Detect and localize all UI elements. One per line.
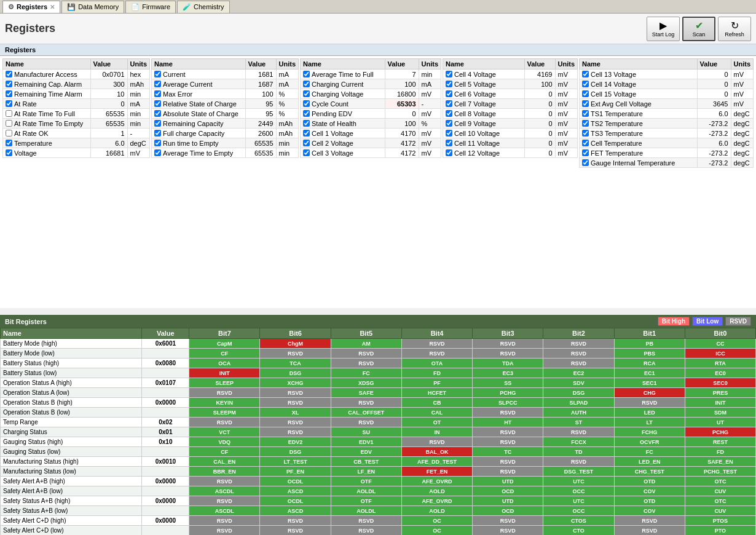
reg-checkbox[interactable] <box>154 81 161 87</box>
bit-cell: AOLD <box>401 486 472 496</box>
reg-checkbox[interactable] <box>6 81 12 87</box>
reg-checkbox[interactable] <box>303 90 310 97</box>
bit-cell: FD <box>685 447 755 457</box>
reg-units-cell: mV <box>731 99 754 109</box>
reg-checkbox[interactable] <box>582 159 589 166</box>
reg-value-cell: 10 <box>90 89 127 99</box>
reg-checkbox[interactable] <box>446 149 452 156</box>
bit-name-cell: Charging Status <box>1 427 142 437</box>
reg-units-cell: mV <box>555 148 578 158</box>
reg-col5-header-value: Value <box>697 59 731 69</box>
bit-cell: SS <box>473 378 543 388</box>
legend-low: Bit Low <box>692 317 723 326</box>
reg-name-cell: Cell 2 Voltage <box>301 138 385 148</box>
reg-checkbox[interactable] <box>6 120 12 127</box>
reg-value-cell: -273.2 <box>697 158 731 168</box>
table-row: Operation Status A (high) 0x0107 SLEEPXC… <box>1 378 756 388</box>
reg-checkbox[interactable] <box>446 71 452 77</box>
reg-checkbox[interactable] <box>6 110 12 117</box>
tab-chemistry[interactable]: 🧪 Chemistry <box>177 1 230 13</box>
reg-checkbox[interactable] <box>6 100 12 107</box>
reg-checkbox[interactable] <box>154 100 161 107</box>
reg-checkbox[interactable] <box>6 90 12 97</box>
reg-name-cell: At Rate OK <box>3 129 91 138</box>
bit-cell: SU <box>331 427 401 437</box>
reg-checkbox[interactable] <box>446 90 452 97</box>
reg-name-cell: Cell 8 Voltage <box>443 109 525 119</box>
reg-checkbox[interactable] <box>582 140 589 146</box>
reg-checkbox[interactable] <box>154 149 161 156</box>
bit-cell: RSVD <box>473 526 543 536</box>
reg-checkbox[interactable] <box>446 100 452 107</box>
reg-checkbox[interactable] <box>582 120 589 127</box>
reg-checkbox[interactable] <box>6 149 12 156</box>
start-log-button[interactable]: ▶ Start Log <box>647 17 680 41</box>
table-row: Manufacturing Status (high) 0x0010 CAL_E… <box>1 457 756 467</box>
bit-cell: EC2 <box>543 368 614 378</box>
tab-registers[interactable]: ⚙ Registers ✕ <box>2 1 60 13</box>
bit-cell: RCA <box>614 359 685 368</box>
bit-name-cell: Gauging Status (low) <box>1 447 142 457</box>
reg-checkbox[interactable] <box>154 130 161 137</box>
reg-checkbox[interactable] <box>446 140 452 146</box>
reg-checkbox[interactable] <box>446 81 452 87</box>
refresh-button[interactable]: ↻ Refresh <box>718 17 751 41</box>
bit-cell: SEC0 <box>685 378 755 388</box>
reg-checkbox[interactable] <box>446 130 452 137</box>
reg-checkbox[interactable] <box>582 130 589 137</box>
bit-cell: TD <box>543 447 614 457</box>
reg-checkbox[interactable] <box>446 120 452 127</box>
reg-name-cell: Gauge Internal Temperature <box>580 158 698 168</box>
reg-checkbox[interactable] <box>582 71 589 77</box>
reg-name-cell: At Rate Time To Empty <box>3 119 91 129</box>
table-row: Cell 6 Voltage 0 mV <box>443 89 578 99</box>
reg-checkbox[interactable] <box>6 71 12 77</box>
reg-checkbox[interactable] <box>582 110 589 117</box>
reg-checkbox[interactable] <box>154 71 161 77</box>
reg-checkbox[interactable] <box>154 140 161 146</box>
reg-value-cell: 4169 <box>524 69 555 79</box>
reg-checkbox[interactable] <box>303 110 310 117</box>
tab-registers-close[interactable]: ✕ <box>50 4 55 10</box>
reg-checkbox[interactable] <box>582 81 589 87</box>
bit-cell: CAL_OFFSET <box>331 408 401 418</box>
reg-checkbox[interactable] <box>446 110 452 117</box>
reg-name: Cell 13 Voltage <box>591 71 636 78</box>
reg-value-cell: 65535 <box>90 109 127 119</box>
reg-checkbox[interactable] <box>303 81 310 87</box>
table-row: Voltage 16681 mV <box>3 148 150 158</box>
scan-button[interactable]: ✔ Scan <box>682 17 715 41</box>
reg-checkbox[interactable] <box>303 149 310 156</box>
tab-firmware[interactable]: 📄 Firmware <box>125 1 176 13</box>
reg-checkbox[interactable] <box>582 90 589 97</box>
reg-value-cell: 1 <box>90 129 127 138</box>
reg-checkbox[interactable] <box>303 140 310 146</box>
reg-checkbox[interactable] <box>154 110 161 117</box>
bit-cell: RSVD <box>543 427 614 437</box>
reg-checkbox[interactable] <box>6 140 12 146</box>
reg-checkbox[interactable] <box>154 120 161 127</box>
reg-checkbox[interactable] <box>154 90 161 97</box>
reg-checkbox[interactable] <box>303 120 310 127</box>
reg-value-cell: 3645 <box>697 99 731 109</box>
bit-table-container[interactable]: Name Value Bit7 Bit6 Bit5 Bit4 Bit3 Bit2… <box>0 328 756 535</box>
bit-cell: RSVD <box>543 457 614 467</box>
reg-checkbox[interactable] <box>582 100 589 107</box>
reg-value-cell: 300 <box>90 79 127 89</box>
reg-checkbox[interactable] <box>303 130 310 137</box>
reg-value-cell: 16800 <box>385 89 419 99</box>
tab-data-memory[interactable]: 💾 Data Memory <box>61 1 124 13</box>
refresh-icon: ↻ <box>731 20 739 31</box>
bit-cell: TDA <box>473 359 543 368</box>
reg-checkbox[interactable] <box>303 100 310 107</box>
reg-checkbox[interactable] <box>582 149 589 156</box>
bit-value-cell <box>142 349 189 359</box>
reg-checkbox[interactable] <box>6 130 12 137</box>
registers-content[interactable]: Name Value Units Manufacturer Access 0x0… <box>0 56 756 308</box>
reg-value-cell: 0 <box>90 99 127 109</box>
table-row: Current 1681 mA <box>152 69 299 79</box>
reg-checkbox[interactable] <box>303 71 310 77</box>
reg-units-cell: mV <box>731 89 754 99</box>
reg-units-cell: degC <box>731 109 754 119</box>
start-log-icon: ▶ <box>660 20 667 31</box>
